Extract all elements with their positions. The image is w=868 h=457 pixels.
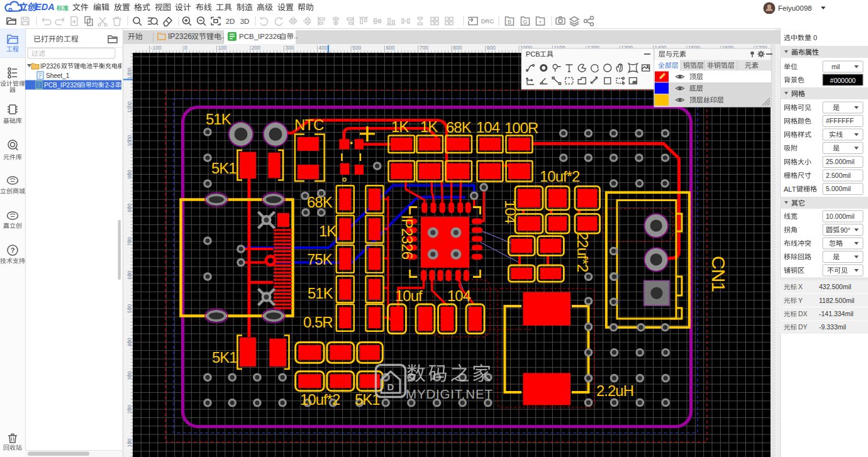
svg-text:Feiyu0098: Feiyu0098 — [778, 4, 812, 12]
svg-text:1K: 1K — [319, 223, 337, 240]
svg-text:51K: 51K — [308, 285, 333, 302]
svg-text:0: 0 — [184, 45, 187, 51]
svg-text:500: 500 — [352, 45, 361, 51]
svg-text:500: 500 — [126, 304, 133, 313]
svg-text:200: 200 — [252, 45, 260, 51]
svg-text:100: 100 — [218, 45, 226, 51]
svg-text:X: X — [798, 283, 803, 290]
svg-text:100R: 100R — [504, 119, 538, 136]
svg-text:IP2326: IP2326 — [399, 215, 416, 260]
svg-text:IP2326: IP2326 — [40, 63, 60, 70]
svg-text:2D: 2D — [226, 18, 235, 25]
svg-text:#000000: #000000 — [830, 77, 856, 84]
svg-text:-9.333mil: -9.333mil — [819, 323, 846, 331]
svg-text:104: 104 — [502, 200, 519, 224]
svg-text:300: 300 — [126, 371, 133, 380]
svg-text:NTC: NTC — [294, 116, 324, 133]
svg-text:400: 400 — [319, 45, 328, 51]
svg-text:10uf: 10uf — [395, 287, 423, 304]
svg-text:1K: 1K — [391, 118, 409, 135]
svg-text:..: .. — [294, 32, 298, 40]
svg-text:G: G — [523, 19, 527, 25]
svg-text:EDA: EDA — [35, 2, 55, 12]
svg-text:300: 300 — [285, 45, 294, 51]
svg-text:DX: DX — [798, 310, 808, 317]
svg-text:1182.500mil: 1182.500mil — [819, 297, 854, 304]
svg-text:2.2uH: 2.2uH — [596, 382, 633, 399]
svg-text:800: 800 — [126, 203, 133, 212]
svg-text:75K: 75K — [307, 251, 333, 268]
svg-text:432.500mil: 432.500mil — [819, 283, 851, 290]
svg-text:0.5R: 0.5R — [303, 314, 333, 331]
svg-text:3D: 3D — [240, 18, 250, 25]
svg-text:Y: Y — [798, 297, 803, 304]
svg-text:5K1: 5K1 — [211, 160, 236, 177]
svg-text:D: D — [387, 382, 394, 392]
svg-text:104: 104 — [447, 287, 471, 304]
svg-text:900: 900 — [126, 170, 133, 179]
svg-text:+: + — [538, 19, 542, 25]
svg-text:100: 100 — [126, 438, 133, 447]
svg-text:68K: 68K — [446, 119, 472, 136]
svg-text:5.000mil: 5.000mil — [826, 185, 851, 192]
svg-text:-: - — [120, 63, 121, 70]
svg-text:DRC: DRC — [481, 18, 494, 25]
svg-text:PCB: PCB — [526, 50, 540, 58]
svg-text:IP2326: IP2326 — [168, 32, 192, 41]
svg-text:0: 0 — [813, 34, 817, 41]
svg-text:#FFFFFF: #FFFFFF — [826, 117, 854, 124]
svg-text:5K1: 5K1 — [212, 349, 237, 366]
svg-text:1100: 1100 — [126, 101, 133, 113]
svg-text:PCB_IP2326: PCB_IP2326 — [44, 82, 81, 89]
svg-text:-141.334mil: -141.334mil — [819, 310, 854, 317]
svg-text:700: 700 — [126, 237, 133, 246]
svg-text:CN1: CN1 — [708, 256, 729, 292]
svg-text:25.000mil: 25.000mil — [826, 158, 855, 165]
svg-text:10uf*2: 10uf*2 — [300, 391, 340, 408]
svg-text:-100: -100 — [151, 45, 162, 51]
svg-text:22uf*2: 22uf*2 — [574, 232, 591, 272]
svg-text:mil: mil — [832, 63, 840, 70]
svg-text:900: 900 — [487, 45, 496, 51]
svg-text:68K: 68K — [307, 194, 333, 211]
svg-text:Sheet_1: Sheet_1 — [46, 72, 70, 79]
svg-text:1000: 1000 — [126, 135, 133, 146]
svg-text:1K: 1K — [420, 118, 438, 135]
svg-text:1200: 1200 — [126, 67, 133, 79]
svg-text:600: 600 — [126, 270, 133, 279]
svg-text:2-3: 2-3 — [105, 82, 114, 89]
svg-text:700: 700 — [420, 45, 428, 51]
svg-text:90°: 90° — [840, 226, 850, 234]
svg-text:600: 600 — [386, 45, 394, 51]
svg-text:10uf*2: 10uf*2 — [540, 168, 580, 185]
svg-text:ALT: ALT — [784, 185, 796, 193]
svg-text:DY: DY — [798, 323, 808, 331]
svg-text:?: ? — [11, 246, 15, 254]
svg-text:PCB_IP2326: PCB_IP2326 — [239, 33, 281, 40]
svg-text:200: 200 — [126, 405, 133, 414]
svg-text:10.000mil: 10.000mil — [826, 212, 855, 220]
svg-text:400: 400 — [126, 338, 133, 346]
svg-text:B: B — [508, 19, 511, 25]
svg-text:104: 104 — [476, 119, 500, 136]
svg-text:2.500mil: 2.500mil — [826, 172, 851, 179]
svg-text:800: 800 — [453, 45, 462, 51]
svg-text:51K: 51K — [206, 111, 231, 128]
svg-text:MYDIGIT.NET: MYDIGIT.NET — [406, 387, 492, 401]
